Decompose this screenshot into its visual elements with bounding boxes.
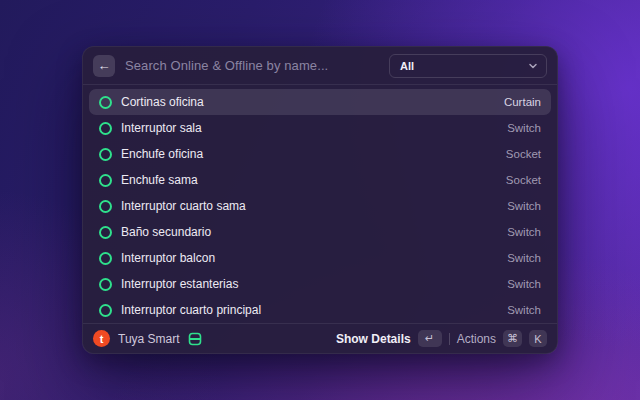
back-arrow-icon: ← — [98, 58, 111, 73]
cmd-key[interactable]: ⌘ — [503, 330, 522, 347]
search-input[interactable]: Search Online & Offline by name... — [125, 58, 379, 73]
k-key[interactable]: K — [529, 330, 547, 347]
device-list: Cortinas oficina Curtain Interruptor sal… — [83, 85, 557, 323]
device-status-ring-icon — [99, 200, 112, 213]
list-item[interactable]: Baño secundario Switch — [89, 219, 551, 245]
device-label: Interruptor sala — [121, 121, 202, 135]
show-details-button[interactable]: Show Details — [336, 332, 411, 346]
chevron-down-icon — [528, 61, 538, 71]
list-item[interactable]: Enchufe sama Socket — [89, 167, 551, 193]
footer-bar: t Tuya Smart Show Details ↵ Actions ⌘ K — [83, 323, 557, 353]
device-status-ring-icon — [99, 278, 112, 291]
device-label: Interruptor cuarto sama — [121, 199, 246, 213]
device-status-ring-icon — [99, 122, 112, 135]
device-status-ring-icon — [99, 226, 112, 239]
device-status-ring-icon — [99, 96, 112, 109]
device-label: Interruptor cuarto principal — [121, 303, 261, 317]
enter-key[interactable]: ↵ — [418, 330, 442, 347]
device-box-icon — [188, 332, 202, 346]
actions-button[interactable]: Actions — [457, 332, 496, 346]
list-item[interactable]: Interruptor cuarto principal Switch — [89, 297, 551, 323]
device-type-badge: Switch — [507, 278, 541, 290]
device-type-badge: Switch — [507, 122, 541, 134]
list-item[interactable]: Interruptor balcon Switch — [89, 245, 551, 271]
tuya-logo-letter: t — [100, 333, 104, 345]
back-button[interactable]: ← — [93, 55, 115, 77]
device-label: Baño secundario — [121, 225, 211, 239]
tuya-logo-icon: t — [93, 330, 110, 347]
list-item[interactable]: Interruptor cuarto sama Switch — [89, 193, 551, 219]
list-item[interactable]: Interruptor estanterias Switch — [89, 271, 551, 297]
device-type-badge: Socket — [506, 148, 541, 160]
filter-dropdown[interactable]: All — [389, 54, 547, 78]
app-name: Tuya Smart — [118, 332, 180, 346]
device-status-ring-icon — [99, 148, 112, 161]
device-label: Interruptor estanterias — [121, 277, 238, 291]
device-type-badge: Switch — [507, 226, 541, 238]
device-label: Cortinas oficina — [121, 95, 204, 109]
device-type-badge: Switch — [507, 252, 541, 264]
device-label: Enchufe oficina — [121, 147, 203, 161]
device-type-badge: Switch — [507, 304, 541, 316]
search-bar: ← Search Online & Offline by name... All — [83, 47, 557, 85]
filter-dropdown-value: All — [400, 60, 528, 72]
device-type-badge: Socket — [506, 174, 541, 186]
footer-divider — [449, 333, 450, 345]
list-item[interactable]: Cortinas oficina Curtain — [89, 89, 551, 115]
list-item[interactable]: Enchufe oficina Socket — [89, 141, 551, 167]
device-type-badge: Curtain — [504, 96, 541, 108]
device-label: Interruptor balcon — [121, 251, 215, 265]
device-type-badge: Switch — [507, 200, 541, 212]
device-status-ring-icon — [99, 304, 112, 317]
device-label: Enchufe sama — [121, 173, 198, 187]
device-status-ring-icon — [99, 174, 112, 187]
footer-actions: Show Details ↵ Actions ⌘ K — [336, 330, 547, 347]
launcher-window: ← Search Online & Offline by name... All… — [82, 46, 558, 354]
list-item[interactable]: Interruptor sala Switch — [89, 115, 551, 141]
device-status-ring-icon — [99, 252, 112, 265]
